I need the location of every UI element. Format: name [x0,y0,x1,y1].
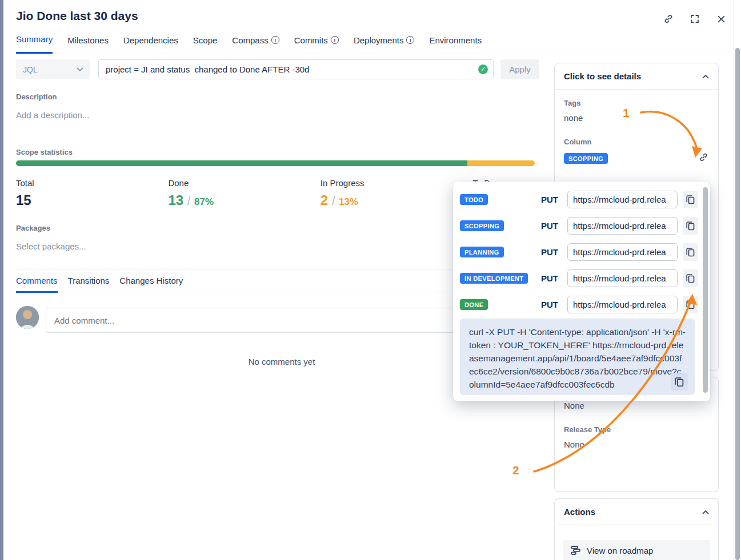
copy-icon [686,247,695,257]
details-card-header[interactable]: Click to see details [555,63,718,90]
curl-command-text: curl -X PUT -H 'Content-type: applicatio… [469,325,686,391]
api-row-planning: PLANNING PUT [460,243,698,261]
copy-url-button[interactable] [683,269,698,287]
status-badge-scopping: SCOPPING [460,220,504,231]
column-link-icon[interactable] [698,152,709,165]
http-method: PUT [541,195,567,204]
jql-valid-check-icon: ✓ [478,65,488,74]
api-row-todo: TODO PUT [460,190,698,208]
jql-type-select[interactable]: JQL [16,59,90,79]
page-scrollbar[interactable] [733,0,741,560]
column-status-badge: SCOPPING [564,153,608,164]
curl-command-box: curl -X PUT -H 'Content-type: applicatio… [460,319,695,395]
collapse-icon [702,74,709,79]
apply-button[interactable]: Apply [500,59,539,79]
tab-changes-history[interactable]: Changes History [119,276,183,293]
popup-scrollbar[interactable] [703,186,708,397]
release-details-modal: Jio Done last 30 days Summary Milestones… [0,0,741,560]
http-method: PUT [541,300,567,309]
copy-url-button[interactable] [683,217,698,235]
user-avatar [16,306,39,329]
api-url-input[interactable] [567,296,678,313]
tab-transitions[interactable]: Transitions [68,276,110,293]
copy-url-button[interactable] [683,191,698,208]
api-url-input[interactable] [567,191,678,208]
background-page-edge [0,0,3,560]
copy-icon [675,377,684,387]
api-row-in-development: IN DEVELOPMENT PUT [460,269,698,287]
tab-summary[interactable]: Summary [16,34,53,54]
tab-comments[interactable]: Comments [16,276,58,293]
actions-card: Actions View on roadmap [554,498,719,560]
info-icon: i [406,36,414,44]
copy-icon [686,273,695,283]
copy-url-button[interactable] [683,296,698,313]
http-method: PUT [541,273,567,283]
tab-compass[interactable]: Compassi [232,35,279,53]
tab-environments[interactable]: Environments [429,35,482,53]
tab-scope[interactable]: Scope [193,35,218,53]
copy-icon [686,221,695,231]
http-method: PUT [541,247,567,257]
release-type-value: None [564,440,709,449]
annotation-step-1: 1 [623,106,630,120]
api-url-input[interactable] [567,217,678,235]
scope-progress-bar [16,160,535,166]
stat-total: Total 15 [16,178,168,208]
packages-placeholder[interactable]: Select packages... [16,241,86,251]
status-badge-done: DONE [460,299,488,310]
tags-label: Tags [564,99,709,107]
progress-done [16,160,467,166]
tab-deployments[interactable]: Deploymentsi [354,35,415,53]
tab-commits[interactable]: Commitsi [294,35,339,53]
comments-tabs: Comments Transitions Changes History [16,276,183,293]
stat-done: Done 13 / 87% [168,178,320,208]
column-api-popup: TODO PUT SCOPPING PUT PLANNING PUT IN DE… [453,182,710,401]
info-icon: i [331,36,339,44]
info-icon: i [271,36,279,44]
api-url-input[interactable] [567,269,678,287]
description-placeholder[interactable]: Add a description... [16,110,89,120]
api-row-scopping: SCOPPING PUT [460,216,698,235]
status-badge-planning: PLANNING [460,247,504,257]
page-title: Jio Done last 30 days [16,9,138,23]
api-url-input[interactable] [567,243,678,261]
roadmap-icon [571,546,581,555]
view-on-roadmap-button[interactable]: View on roadmap [563,540,710,560]
annotation-step-2: 2 [512,464,519,477]
copy-icon [686,195,695,204]
description-heading: Description [16,92,57,101]
collapse-icon [702,510,709,514]
tab-dependencies[interactable]: Dependencies [123,35,178,53]
stat-in-progress: In Progress 2 / 13% [321,178,472,208]
packages-heading: Packages [16,224,50,232]
release-type-label: Release Type [564,425,709,434]
status-badge-in-development: IN DEVELOPMENT [460,273,528,284]
actions-card-header[interactable]: Actions [555,499,718,525]
column-label: Column [564,138,709,146]
jql-query-input[interactable] [98,59,494,79]
main-tabs: Summary Milestones Dependencies Scope Co… [16,34,482,54]
copy-link-icon[interactable] [662,13,675,25]
status-badge-todo: TODO [460,194,488,205]
scope-statistics-heading: Scope statistics [16,148,73,156]
progress-inprogress [467,160,535,166]
tabs-divider [16,54,733,54]
tab-milestones[interactable]: Milestones [67,35,109,53]
copy-icon [686,300,695,309]
details-of-version-value: None [564,401,709,410]
chevron-down-icon [77,67,83,72]
copy-url-button[interactable] [683,243,698,261]
http-method: PUT [541,221,567,231]
copy-curl-button[interactable] [671,373,688,390]
fullscreen-icon[interactable] [688,13,701,25]
tags-value: none [564,113,709,123]
close-icon[interactable] [715,13,727,25]
api-row-done: DONE PUT [460,295,698,313]
